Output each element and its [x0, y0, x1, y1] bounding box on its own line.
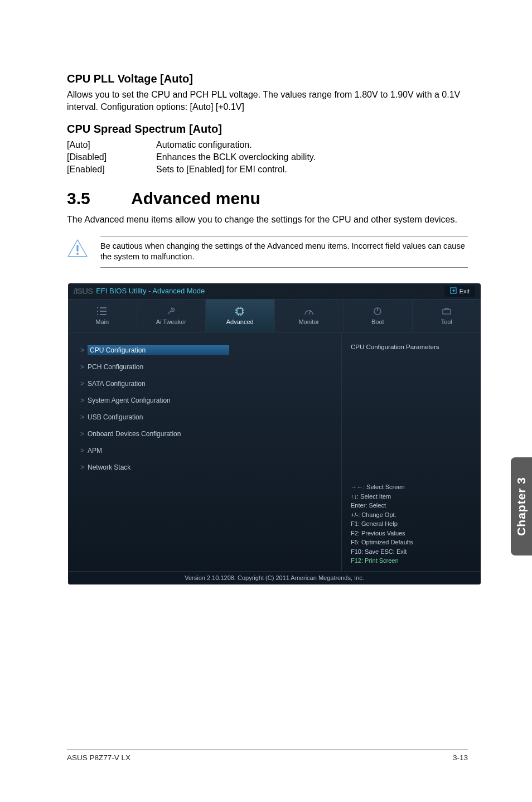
table-row: [Disabled]Enhances the BCLK overclocking…	[67, 151, 316, 163]
bios-footer: Version 2.10.1208. Copyright (C) 2011 Am…	[68, 571, 481, 584]
tab-ai-tweaker[interactable]: Ai Tweaker	[137, 299, 206, 332]
wrench-icon	[166, 306, 176, 316]
text-cpu-pll: Allows you to set the CPU and PCH PLL vo…	[67, 89, 468, 113]
exit-label: Exit	[460, 288, 470, 294]
hint-line: →←: Select Screen	[351, 482, 472, 492]
menu-label: APM	[88, 447, 102, 455]
svg-rect-6	[443, 310, 451, 314]
tab-advanced[interactable]: Advanced	[206, 299, 275, 332]
power-icon	[373, 306, 382, 316]
menu-apm[interactable]: >APM	[80, 445, 333, 456]
menu-label: SATA Configuration	[88, 380, 146, 388]
tab-label: Advanced	[226, 318, 254, 325]
opt-val: Enhances the BCLK overclocking ability.	[156, 151, 316, 163]
menu-system-agent-configuration[interactable]: >System Agent Configuration	[80, 395, 333, 406]
tab-tool[interactable]: Tool	[413, 299, 481, 332]
tab-label: Tool	[441, 318, 452, 325]
warning-icon	[67, 239, 88, 258]
exit-button[interactable]: Exit	[444, 286, 475, 297]
table-row: [Auto]Automatic configuration.	[67, 139, 316, 151]
chevron-right-icon: >	[80, 380, 84, 388]
tab-label: Boot	[371, 318, 384, 325]
opt-key: [Auto]	[67, 139, 156, 151]
bios-body: >CPU Configuration >PCH Configuration >S…	[68, 332, 481, 571]
tab-label: Monitor	[298, 318, 319, 325]
help-title: CPU Configuration Parameters	[351, 344, 472, 350]
menu-label: PCH Configuration	[88, 363, 143, 371]
menu-sata-configuration[interactable]: >SATA Configuration	[80, 378, 333, 389]
hint-line: Enter: Select	[351, 501, 472, 510]
chevron-right-icon: >	[80, 447, 84, 455]
heading-spread: CPU Spread Spectrum [Auto]	[67, 123, 468, 136]
footer-right: 3-13	[453, 753, 468, 762]
chevron-right-icon: >	[80, 397, 84, 404]
tab-monitor[interactable]: Monitor	[275, 299, 344, 332]
tab-label: Main	[95, 318, 109, 325]
svg-rect-1	[76, 245, 78, 252]
chevron-right-icon: >	[80, 463, 84, 471]
menu-label: Onboard Devices Configuration	[88, 430, 181, 438]
list-icon	[97, 306, 107, 316]
table-spread-options: [Auto]Automatic configuration. [Disabled…	[67, 139, 316, 176]
chevron-right-icon: >	[80, 430, 84, 438]
section-title: Advanced menu	[131, 189, 260, 207]
menu-label: System Agent Configuration	[88, 397, 171, 404]
bios-tabs: Main Ai Tweaker Advanced Monitor Boot To…	[68, 299, 481, 332]
chevron-right-icon: >	[80, 346, 84, 354]
chevron-right-icon: >	[80, 363, 84, 371]
gauge-icon	[304, 306, 314, 316]
hint-line: F10: Save ESC: Exit	[351, 547, 472, 557]
bios-help-pane: CPU Configuration Parameters →←: Select …	[341, 332, 481, 571]
page-footer: ASUS P8Z77-V LX 3-13	[67, 750, 468, 762]
chapter-tab-label: Chapter 3	[515, 477, 528, 536]
tab-boot[interactable]: Boot	[344, 299, 413, 332]
toolbox-icon	[442, 306, 452, 316]
footer-left: ASUS P8Z77-V LX	[67, 753, 130, 762]
opt-val: Automatic configuration.	[156, 139, 316, 151]
menu-onboard-devices-configuration[interactable]: >Onboard Devices Configuration	[80, 428, 333, 439]
bios-brand: /ISUS	[74, 286, 93, 296]
heading-cpu-pll: CPU PLL Voltage [Auto]	[67, 73, 468, 85]
hint-line: +/-: Change Opt.	[351, 510, 472, 520]
svg-rect-4	[237, 308, 243, 314]
section-number: 3.5	[67, 189, 131, 208]
table-row: [Enabled]Sets to [Enabled] for EMI contr…	[67, 163, 316, 176]
hint-line: F5: Optimized Defaults	[351, 538, 472, 547]
hint-line: ↑↓: Select Item	[351, 492, 472, 501]
menu-pch-configuration[interactable]: >PCH Configuration	[80, 361, 333, 373]
bios-screenshot: /ISUS EFI BIOS Utility - Advanced Mode E…	[68, 283, 481, 584]
caution-text: Be cautious when changing the settings o…	[100, 241, 465, 262]
chevron-right-icon: >	[80, 413, 84, 421]
menu-cpu-configuration[interactable]: >CPU Configuration	[80, 345, 333, 356]
opt-key: [Disabled]	[67, 151, 156, 163]
svg-point-2	[76, 253, 79, 255]
menu-label: USB Configuration	[88, 413, 143, 421]
caution-note: Be cautious when changing the settings o…	[100, 236, 468, 268]
hint-line: F12: Print Screen	[351, 556, 472, 566]
menu-network-stack[interactable]: >Network Stack	[80, 462, 333, 473]
text-advanced-desc: The Advanced menu items allow you to cha…	[67, 214, 468, 226]
heading-advanced-menu: 3.5Advanced menu	[67, 189, 468, 208]
chapter-tab: Chapter 3	[511, 457, 532, 555]
menu-label: Network Stack	[88, 463, 130, 471]
bios-topbar: /ISUS EFI BIOS Utility - Advanced Mode E…	[68, 283, 481, 299]
chip-icon	[235, 306, 245, 316]
key-hints: →←: Select Screen ↑↓: Select Item Enter:…	[351, 482, 472, 566]
bios-title: EFI BIOS Utility - Advanced Mode	[96, 287, 205, 295]
tab-label: Ai Tweaker	[156, 318, 186, 325]
hint-line: F2: Previous Values	[351, 529, 472, 538]
opt-val: Sets to [Enabled] for EMI control.	[156, 163, 316, 176]
tab-main[interactable]: Main	[68, 299, 137, 332]
opt-key: [Enabled]	[67, 163, 156, 176]
menu-label: CPU Configuration	[88, 345, 229, 355]
hint-line: F1: General Help	[351, 519, 472, 529]
exit-icon	[450, 287, 457, 295]
menu-usb-configuration[interactable]: >USB Configuration	[80, 412, 333, 423]
bios-menu-pane: >CPU Configuration >PCH Configuration >S…	[68, 332, 341, 571]
